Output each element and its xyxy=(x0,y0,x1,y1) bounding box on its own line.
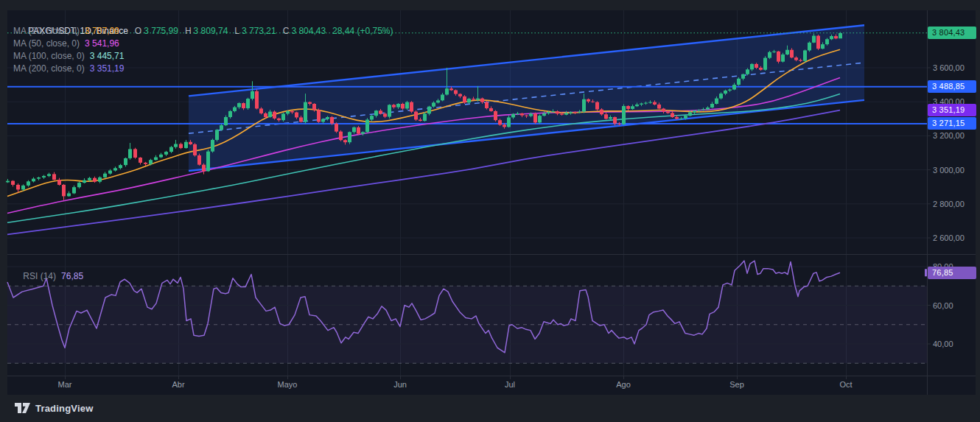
time-axis-label-ago: Ago xyxy=(606,380,641,389)
candle xyxy=(803,49,807,63)
rsi-axis-label: 60,00 xyxy=(933,300,953,312)
candle xyxy=(414,110,418,121)
rsi-axis-label: 40,00 xyxy=(933,339,953,350)
rsi-legend-row[interactable]: RSI (14)76,85 xyxy=(13,259,83,294)
candle xyxy=(335,122,338,133)
ma-legend-value: 3 707,09 xyxy=(85,26,119,36)
time-axis-label-mar: Mar xyxy=(47,380,83,389)
ma-legend-value: 3 541,96 xyxy=(85,38,119,49)
price-axis-label: 2 600,00 xyxy=(933,233,965,244)
ma-legend-value: 3 445,71 xyxy=(90,51,125,61)
candle xyxy=(246,98,250,110)
price-axis-label: 3 200,00 xyxy=(933,130,965,141)
ma-legend-label: MA (200, close, 0) xyxy=(13,63,85,74)
time-axis-label-jul: Jul xyxy=(492,380,528,389)
candle xyxy=(622,105,626,125)
open-value: 3 775,99 xyxy=(144,26,178,36)
rsi-label: RSI (14) xyxy=(23,271,56,281)
price-badge-335119: 3 351,19 xyxy=(928,104,976,116)
tradingview-brand-text[interactable]: TradingView xyxy=(35,403,94,414)
candle xyxy=(410,101,413,113)
ma-legend-value: 3 351,19 xyxy=(90,63,125,74)
high-value: 3 809,74 xyxy=(194,26,228,36)
candle xyxy=(763,56,767,71)
candle xyxy=(538,114,542,124)
tradingview-chart-widget: PAXGUSDT, 1D, BinanceO3 775,99H3 809,74L… xyxy=(0,0,980,422)
candle xyxy=(255,89,259,109)
rsi-last-value-marker xyxy=(925,269,927,276)
price-axis-label: 3 600,00 xyxy=(933,63,965,74)
ma-legend-row-2[interactable]: MA (50, close, 0)3 541,96 xyxy=(13,38,393,50)
price-badge-327115: 3 271,15 xyxy=(928,117,976,130)
time-axis-label-abr: Abr xyxy=(161,380,196,389)
candle xyxy=(533,113,537,124)
ma-legend-label: MA (20, close, 0) xyxy=(13,26,80,36)
low-label: L xyxy=(234,26,239,36)
candle xyxy=(211,138,214,152)
price-axis-label: 2 800,00 xyxy=(933,199,965,210)
rsi-value-badge: 76,85 xyxy=(928,267,976,279)
ma-legend-row-4[interactable]: MA (200, close, 0)3 351,19 xyxy=(13,63,393,75)
ma-legend-row-3[interactable]: MA (100, close, 0)3 445,71 xyxy=(13,50,393,63)
candle xyxy=(215,129,219,141)
candle xyxy=(365,118,369,133)
price-badge-348885: 3 488,85 xyxy=(928,80,976,93)
candle xyxy=(317,108,321,123)
candle xyxy=(388,104,391,118)
ma-legend-label: MA (100, close, 0) xyxy=(13,51,85,61)
candle xyxy=(339,130,343,141)
price-badge-380443: 3 804,43 xyxy=(928,27,976,39)
high-label: H xyxy=(185,26,192,36)
candle xyxy=(485,101,489,110)
symbol-title-row[interactable]: PAXGUSDT, 1D, BinanceO3 775,99H3 809,74L… xyxy=(13,13,393,25)
candle xyxy=(206,150,210,172)
tradingview-logo-icon[interactable] xyxy=(15,403,30,414)
candle xyxy=(197,154,201,166)
price-axis-label: 3 000,00 xyxy=(933,165,965,176)
time-axis-label-mayo: Mayo xyxy=(270,380,305,389)
footer-bar: TradingView xyxy=(0,395,980,422)
close-label: C xyxy=(283,26,290,36)
candle xyxy=(808,41,811,52)
candle xyxy=(463,95,466,104)
low-value: 3 773,21 xyxy=(242,26,276,36)
close-value: 3 804,43 xyxy=(291,26,326,36)
candle xyxy=(494,110,497,122)
open-label: O xyxy=(135,26,141,36)
candle xyxy=(777,51,780,63)
time-axis-label-oct: Oct xyxy=(828,380,864,389)
symbol-legend: PAXGUSDT, 1D, BinanceO3 775,99H3 809,74L… xyxy=(13,13,393,75)
rsi-value: 76,85 xyxy=(61,271,83,281)
candle xyxy=(816,35,820,50)
change-value: 28,44 (+0,75%) xyxy=(332,26,393,36)
candle xyxy=(405,101,409,110)
candle xyxy=(348,132,351,144)
time-axis-label-sep: Sep xyxy=(719,380,755,389)
time-axis-label-jun: Jun xyxy=(382,380,418,389)
ma-legend-label: MA (50, close, 0) xyxy=(13,38,80,49)
candle xyxy=(133,148,137,159)
candle xyxy=(193,143,197,156)
candle xyxy=(273,110,276,120)
